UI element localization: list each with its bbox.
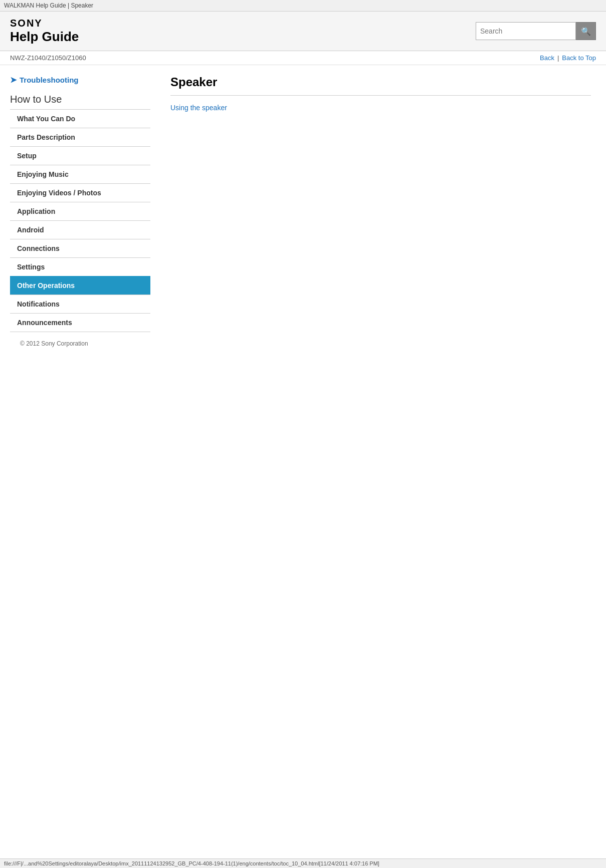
nav-links: Back | Back to Top	[540, 54, 596, 62]
sidebar-item-connections[interactable]: Connections	[10, 239, 150, 257]
device-model: NWZ-Z1040/Z1050/Z1060	[10, 54, 86, 62]
search-input[interactable]	[476, 22, 576, 40]
nav-divider: |	[557, 54, 559, 62]
sidebar-item-android[interactable]: Android	[10, 220, 150, 239]
sidebar-item-enjoying-videos-photos[interactable]: Enjoying Videos / Photos	[10, 183, 150, 202]
main-layout: ➤ Troubleshooting How to Use What You Ca…	[0, 65, 606, 365]
footer: © 2012 Sony Corporation	[10, 332, 150, 355]
sidebar-items: What You Can DoParts DescriptionSetupEnj…	[10, 109, 150, 332]
search-area: 🔍	[476, 22, 596, 40]
logo-area: SONY Help Guide	[10, 18, 79, 45]
search-icon: 🔍	[581, 27, 591, 36]
chevron-right-icon: ➤	[10, 75, 17, 85]
sidebar-item-application[interactable]: Application	[10, 202, 150, 220]
how-to-use-heading: How to Use	[10, 94, 150, 105]
back-to-top-link[interactable]: Back to Top	[562, 54, 596, 62]
troubleshooting-label: Troubleshooting	[20, 76, 79, 84]
sidebar-item-settings[interactable]: Settings	[10, 257, 150, 276]
sidebar-item-enjoying-music[interactable]: Enjoying Music	[10, 165, 150, 183]
header: SONY Help Guide 🔍	[0, 12, 606, 51]
sidebar-item-parts-description[interactable]: Parts Description	[10, 128, 150, 146]
troubleshooting-link[interactable]: ➤ Troubleshooting	[10, 75, 150, 85]
sidebar-item-notifications[interactable]: Notifications	[10, 295, 150, 313]
page-heading: Speaker	[170, 75, 591, 96]
content-area: Speaker Using the speaker	[155, 65, 606, 365]
browser-title-text: WALKMAN Help Guide | Speaker	[4, 2, 93, 9]
help-guide-title: Help Guide	[10, 29, 79, 45]
sony-logo: SONY	[10, 18, 79, 29]
sidebar: ➤ Troubleshooting How to Use What You Ca…	[0, 65, 155, 365]
sidebar-item-announcements[interactable]: Announcements	[10, 313, 150, 332]
back-link[interactable]: Back	[540, 54, 554, 62]
nav-bar: NWZ-Z1040/Z1050/Z1060 Back | Back to Top	[0, 51, 606, 65]
browser-title: WALKMAN Help Guide | Speaker	[0, 0, 606, 12]
search-button[interactable]: 🔍	[576, 22, 596, 40]
sidebar-item-setup[interactable]: Setup	[10, 146, 150, 165]
copyright-text: © 2012 Sony Corporation	[20, 340, 88, 347]
sidebar-item-what-you-can-do[interactable]: What You Can Do	[10, 109, 150, 128]
sidebar-item-other-operations[interactable]: Other Operations	[10, 276, 150, 295]
using-speaker-link[interactable]: Using the speaker	[170, 104, 227, 112]
